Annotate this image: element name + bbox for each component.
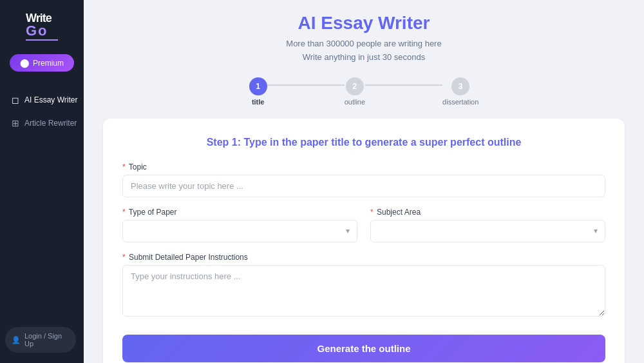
type-of-paper-select[interactable] — [122, 220, 357, 242]
step-3: 3 dissertation — [442, 77, 478, 106]
instructions-label: * Submit Detailed Paper Instructions — [122, 253, 605, 262]
type-of-paper-label: * Type of Paper — [122, 208, 357, 217]
step-3-label: dissertation — [442, 98, 478, 106]
login-label: Login / Sign Up — [24, 332, 70, 348]
step-3-circle: 3 — [451, 77, 469, 95]
step-1-label: title — [252, 98, 265, 106]
step-1: 1 title — [249, 77, 267, 106]
essay-icon: ◻ — [12, 95, 19, 105]
step-2: 2 outline — [345, 77, 365, 106]
type-of-paper-group: * Type of Paper — [122, 208, 357, 242]
form-card: Step 1: Type in the paper title to gener… — [103, 119, 625, 363]
type-of-paper-select-wrapper — [122, 220, 357, 242]
login-button[interactable]: 👤 Login / Sign Up — [5, 327, 76, 353]
logo: Write Go — [23, 10, 61, 43]
step-2-label: outline — [345, 98, 365, 106]
stepper: 1 title 2 outline 3 dissertation — [103, 77, 625, 106]
nav-label-rewriter: Article Rewriter — [24, 119, 77, 128]
topic-label: * Topic — [122, 162, 605, 172]
page-header: AI Essay Writer More than 300000 people … — [103, 13, 625, 64]
premium-label: Premium — [33, 59, 64, 68]
subject-area-select[interactable] — [370, 220, 605, 242]
premium-button[interactable]: ⬤ Premium — [10, 54, 74, 72]
instructions-textarea[interactable] — [122, 265, 605, 317]
topic-group: * Topic — [122, 162, 605, 197]
user-icon: 👤 — [12, 336, 21, 344]
page-subtitle-line2: Write anything in just 30 seconds — [103, 51, 625, 64]
topic-input[interactable] — [122, 175, 605, 197]
logo-area: Write Go — [23, 10, 61, 43]
sidebar: Write Go ⬤ Premium ◻ AI Essay Writer ⊞ A… — [0, 0, 84, 363]
paper-subject-row: * Type of Paper * Subject Area — [122, 208, 605, 253]
logo-underline — [26, 39, 58, 41]
sidebar-nav: ◻ AI Essay Writer ⊞ Article Rewriter — [0, 90, 84, 133]
type-of-paper-col: * Type of Paper — [122, 208, 357, 253]
rewriter-icon: ⊞ — [12, 118, 19, 128]
page-subtitle-line1: More than 300000 people are writing here — [103, 37, 625, 51]
sidebar-item-ai-essay-writer[interactable]: ◻ AI Essay Writer — [5, 90, 79, 110]
instructions-group: * Submit Detailed Paper Instructions — [122, 253, 605, 319]
subject-area-select-wrapper — [370, 220, 605, 242]
step-connector-2 — [365, 84, 442, 86]
generate-outline-button[interactable]: Generate the outline — [122, 335, 605, 362]
sidebar-item-article-rewriter[interactable]: ⊞ Article Rewriter — [5, 113, 79, 133]
step-1-circle: 1 — [249, 77, 267, 95]
nav-label-ai-essay: AI Essay Writer — [24, 95, 77, 104]
subject-area-col: * Subject Area — [370, 208, 605, 253]
logo-go: Go — [26, 24, 58, 38]
subject-area-group: * Subject Area — [370, 208, 605, 242]
page-title: AI Essay Writer — [103, 13, 625, 34]
sidebar-bottom: 👤 Login / Sign Up — [0, 327, 84, 353]
step-2-circle: 2 — [346, 77, 364, 95]
crown-icon: ⬤ — [20, 58, 30, 68]
form-step-title: Step 1: Type in the paper title to gener… — [122, 137, 605, 148]
main-content: AI Essay Writer More than 300000 people … — [84, 0, 644, 363]
step-connector-1 — [267, 84, 345, 86]
subject-area-label: * Subject Area — [370, 208, 605, 217]
